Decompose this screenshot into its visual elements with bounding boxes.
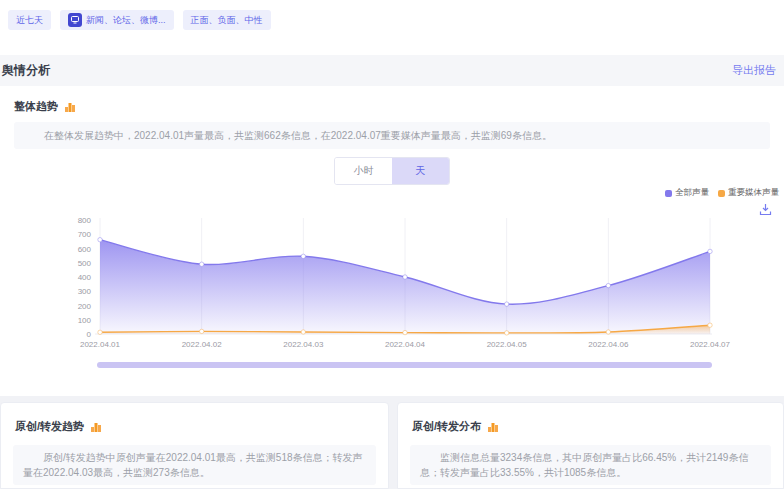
y-tick-label: 800 (78, 216, 92, 225)
legend-label-all-volume: 全部声量 (675, 187, 709, 199)
data-point-dot[interactable] (301, 254, 305, 258)
data-point-dot[interactable] (403, 330, 407, 334)
origin-repost-distribution-title-row: 原创/转发分布 (412, 419, 499, 434)
filter-sentiment-chip[interactable]: 正面、负面、中性 (183, 10, 271, 30)
data-point-dot[interactable] (301, 330, 305, 334)
filter-source-label: 新闻、论坛、微博... (86, 10, 166, 30)
podium-chart-icon (487, 421, 499, 433)
x-tick-label: 2022.04.06 (588, 340, 629, 349)
x-tick-label: 2022.04.05 (487, 340, 528, 349)
origin-repost-distribution-card: 原创/转发分布 监测信息总量3234条信息，其中原创声量占比66.45%，共计2… (397, 402, 784, 489)
filter-time-label: 近七天 (16, 10, 43, 30)
podium-chart-icon (64, 101, 76, 113)
x-tick-label: 2022.04.04 (385, 340, 426, 349)
data-point-dot[interactable] (98, 238, 102, 242)
granularity-toggle: 小时 天 (334, 157, 450, 185)
legend-swatch-media-volume (718, 190, 725, 197)
datazoom-slider[interactable] (97, 362, 712, 368)
filter-time-chip[interactable]: 近七天 (8, 10, 51, 30)
data-point-dot[interactable] (708, 323, 712, 327)
origin-repost-trend-card: 原创/转发趋势 原创/转发趋势中原创声量在2022.04.01最高，共监测518… (0, 402, 389, 489)
granularity-hour-button[interactable]: 小时 (335, 158, 392, 184)
legend-item-all-volume[interactable]: 全部声量 (665, 187, 709, 199)
y-tick-label: 300 (78, 287, 92, 296)
data-point-dot[interactable] (403, 275, 407, 279)
x-tick-label: 2022.04.07 (690, 340, 731, 349)
x-tick-label: 2022.04.01 (80, 340, 121, 349)
overall-trend-title: 整体趋势 (14, 99, 58, 114)
data-point-dot[interactable] (606, 283, 610, 287)
granularity-day-button[interactable]: 天 (392, 158, 449, 184)
chart-legend: 全部声量 重要媒体声量 (665, 187, 779, 199)
y-tick-label: 700 (78, 230, 92, 239)
page-title: 舆情分析 (2, 62, 50, 79)
filter-bar: 近七天 新闻、论坛、微博... 正面、负面、中性 (8, 10, 271, 30)
y-tick-label: 400 (78, 273, 92, 282)
legend-swatch-all-volume (665, 190, 672, 197)
filter-sentiment-label: 正面、负面、中性 (191, 10, 263, 30)
legend-item-media-volume[interactable]: 重要媒体声量 (718, 187, 779, 199)
trend-chart[interactable]: 01002003004005006007008002022.04.012022.… (0, 205, 784, 355)
data-point-dot[interactable] (606, 330, 610, 334)
data-point-dot[interactable] (708, 249, 712, 253)
data-point-dot[interactable] (98, 330, 102, 334)
y-tick-label: 100 (78, 316, 92, 325)
overall-trend-card: 整体趋势 在整体发展趋势中，2022.04.01声量最高，共监测662条信息，在… (0, 86, 784, 396)
y-tick-label: 0 (87, 330, 92, 339)
x-tick-label: 2022.04.02 (182, 340, 223, 349)
data-point-dot[interactable] (505, 302, 509, 306)
overall-trend-summary: 在整体发展趋势中，2022.04.01声量最高，共监测662条信息，在2022.… (14, 122, 770, 149)
origin-repost-distribution-title: 原创/转发分布 (412, 419, 481, 434)
y-tick-label: 500 (78, 259, 92, 268)
data-point-dot[interactable] (200, 329, 204, 333)
page: 近七天 新闻、论坛、微博... 正面、负面、中性 舆情分析 导出报告 整体趋势 … (0, 0, 784, 489)
source-icon (68, 13, 82, 27)
overall-trend-title-row: 整体趋势 (14, 99, 76, 114)
export-report-link[interactable]: 导出报告 (732, 63, 776, 78)
y-tick-label: 600 (78, 245, 92, 254)
origin-repost-trend-summary: 原创/转发趋势中原创声量在2022.04.01最高，共监测518条信息；转发声量… (13, 445, 376, 485)
x-tick-label: 2022.04.03 (283, 340, 324, 349)
origin-repost-trend-title-row: 原创/转发趋势 (15, 419, 102, 434)
podium-chart-icon (90, 421, 102, 433)
origin-repost-trend-title: 原创/转发趋势 (15, 419, 84, 434)
y-tick-label: 200 (78, 302, 92, 311)
section-header: 舆情分析 导出报告 (0, 55, 784, 86)
data-point-dot[interactable] (200, 262, 204, 266)
origin-repost-distribution-summary: 监测信息总量3234条信息，其中原创声量占比66.45%，共计2149条信息；转… (410, 445, 771, 485)
data-point-dot[interactable] (505, 331, 509, 335)
filter-source-chip[interactable]: 新闻、论坛、微博... (60, 10, 174, 30)
legend-label-media-volume: 重要媒体声量 (728, 187, 779, 199)
